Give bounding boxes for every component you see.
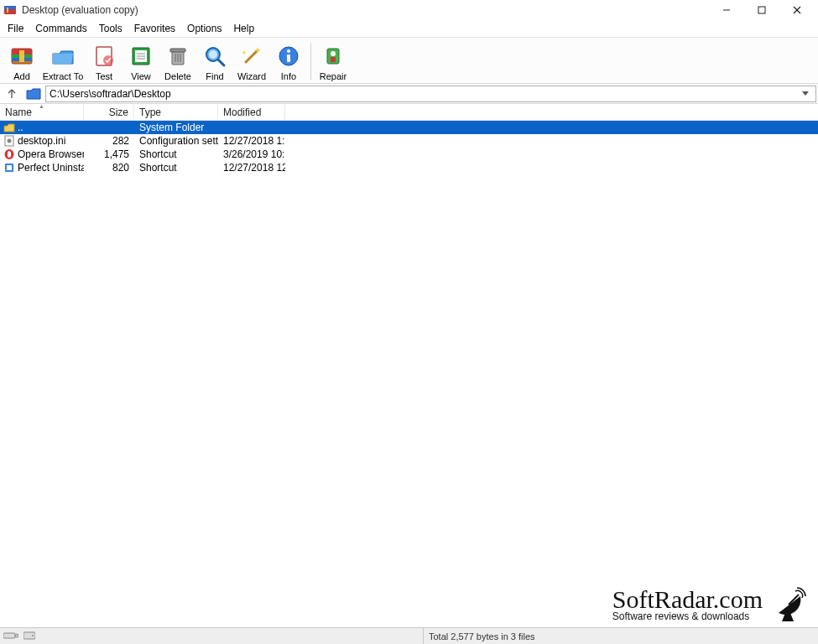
file-type: Configuration setti... bbox=[134, 135, 218, 147]
file-size: 820 bbox=[84, 162, 134, 174]
test-button[interactable]: Test bbox=[86, 39, 122, 83]
file-name: desktop.ini bbox=[18, 135, 65, 147]
up-directory-button[interactable] bbox=[2, 86, 22, 102]
menu-options[interactable]: Options bbox=[181, 22, 227, 35]
svg-point-37 bbox=[8, 151, 11, 158]
column-modified-label: Modified bbox=[223, 106, 261, 118]
archive-icon bbox=[8, 43, 35, 70]
window-title: Desktop (evaluation copy) bbox=[22, 4, 138, 16]
status-summary: Total 2,577 bytes in 3 files bbox=[424, 631, 535, 641]
file-modified: 12/27/2018 12:... bbox=[218, 162, 285, 174]
search-icon bbox=[201, 43, 228, 70]
svg-line-27 bbox=[246, 50, 258, 62]
view-label: View bbox=[131, 71, 151, 81]
current-folder-icon bbox=[25, 86, 42, 101]
repair-icon bbox=[320, 43, 346, 70]
menu-favorites[interactable]: Favorites bbox=[128, 22, 181, 35]
toolbar-separator bbox=[310, 43, 311, 80]
list-item[interactable]: Opera Browser.lnk 1,475 Shortcut 3/26/20… bbox=[0, 148, 818, 161]
svg-point-29 bbox=[287, 49, 290, 53]
extract-icon bbox=[49, 43, 76, 70]
trash-icon bbox=[164, 43, 191, 70]
info-label: Info bbox=[281, 71, 296, 81]
menu-tools[interactable]: Tools bbox=[93, 22, 128, 35]
extract-label: Extract To bbox=[43, 71, 84, 81]
opera-icon bbox=[3, 148, 15, 160]
column-header-name[interactable]: Name ▲ bbox=[0, 104, 84, 120]
winrar-app-icon bbox=[3, 3, 17, 17]
file-name: Opera Browser.lnk bbox=[18, 148, 84, 160]
svg-line-26 bbox=[218, 60, 224, 65]
column-header-modified[interactable]: Modified bbox=[218, 104, 285, 120]
add-button[interactable]: Add bbox=[3, 39, 40, 83]
window-controls bbox=[709, 0, 815, 20]
find-label: Find bbox=[206, 71, 223, 81]
test-icon bbox=[91, 43, 117, 70]
menubar: File Commands Tools Favorites Options He… bbox=[0, 20, 818, 37]
column-name-label: Name bbox=[5, 106, 32, 118]
svg-point-42 bbox=[15, 634, 18, 637]
titlebar: Desktop (evaluation copy) bbox=[0, 0, 818, 20]
svg-rect-1 bbox=[4, 6, 16, 9]
wizard-button[interactable]: Wizard bbox=[233, 39, 270, 83]
file-name: Perfect Uninstall... bbox=[18, 162, 84, 174]
address-dropdown-icon[interactable] bbox=[799, 91, 812, 96]
svg-rect-2 bbox=[7, 8, 8, 13]
column-size-label: Size bbox=[109, 106, 128, 118]
menu-file[interactable]: File bbox=[2, 22, 29, 35]
svg-rect-30 bbox=[287, 55, 290, 62]
column-header-type[interactable]: Type bbox=[134, 104, 218, 120]
svg-point-25 bbox=[209, 50, 217, 59]
repair-button[interactable]: Repair bbox=[315, 39, 352, 83]
svg-rect-41 bbox=[3, 633, 15, 638]
address-path-text: C:\Users\softradar\Desktop bbox=[49, 88, 799, 100]
extract-to-button[interactable]: Extract To bbox=[40, 39, 86, 83]
file-list[interactable]: .. System Folder desktop.ini 282 Configu… bbox=[0, 121, 818, 627]
folder-up-icon bbox=[3, 122, 15, 133]
column-header-size[interactable]: Size bbox=[84, 104, 134, 120]
list-item[interactable]: desktop.ini 282 Configuration setti... 1… bbox=[0, 134, 818, 148]
status-left-pane bbox=[0, 628, 424, 644]
view-button[interactable]: View bbox=[122, 39, 159, 83]
info-button[interactable]: Info bbox=[270, 39, 307, 83]
svg-rect-4 bbox=[758, 7, 765, 13]
list-item[interactable]: .. System Folder bbox=[0, 121, 818, 134]
svg-rect-39 bbox=[7, 165, 12, 170]
view-icon bbox=[128, 43, 154, 70]
menu-commands[interactable]: Commands bbox=[29, 22, 92, 35]
info-icon bbox=[275, 43, 302, 70]
file-size: 1,475 bbox=[84, 148, 134, 160]
svg-rect-20 bbox=[170, 49, 185, 52]
delete-button[interactable]: Delete bbox=[159, 39, 196, 83]
file-modified: 3/26/2019 10:0... bbox=[218, 148, 285, 160]
file-type: Shortcut bbox=[134, 148, 218, 160]
toolbar: Add Extract To Test bbox=[0, 37, 818, 84]
file-type: Shortcut bbox=[134, 162, 218, 174]
svg-rect-33 bbox=[331, 57, 336, 62]
find-button[interactable]: Find bbox=[196, 39, 233, 83]
menu-help[interactable]: Help bbox=[227, 22, 260, 35]
delete-label: Delete bbox=[164, 71, 191, 81]
file-list-header: Name ▲ Size Type Modified bbox=[0, 104, 818, 121]
maximize-button[interactable] bbox=[744, 0, 779, 20]
file-type: System Folder bbox=[134, 122, 218, 133]
list-item[interactable]: Perfect Uninstall... 820 Shortcut 12/27/… bbox=[0, 161, 818, 174]
sort-ascending-icon: ▲ bbox=[39, 103, 44, 109]
file-modified: 12/27/2018 1:3... bbox=[218, 135, 285, 147]
repair-label: Repair bbox=[320, 71, 346, 81]
svg-point-32 bbox=[331, 51, 336, 56]
address-field[interactable]: C:\Users\softradar\Desktop bbox=[45, 86, 816, 102]
close-button[interactable] bbox=[779, 0, 815, 20]
svg-point-35 bbox=[8, 139, 12, 143]
svg-point-44 bbox=[32, 635, 34, 636]
minimize-button[interactable] bbox=[709, 0, 744, 20]
wand-icon bbox=[238, 43, 265, 70]
disk-icon bbox=[3, 631, 18, 641]
test-label: Test bbox=[96, 71, 112, 81]
ini-file-icon bbox=[3, 135, 15, 147]
svg-rect-11 bbox=[19, 50, 24, 62]
add-label: Add bbox=[13, 71, 30, 81]
column-type-label: Type bbox=[139, 106, 161, 118]
file-name: .. bbox=[18, 122, 23, 133]
drive-icon bbox=[23, 631, 35, 641]
